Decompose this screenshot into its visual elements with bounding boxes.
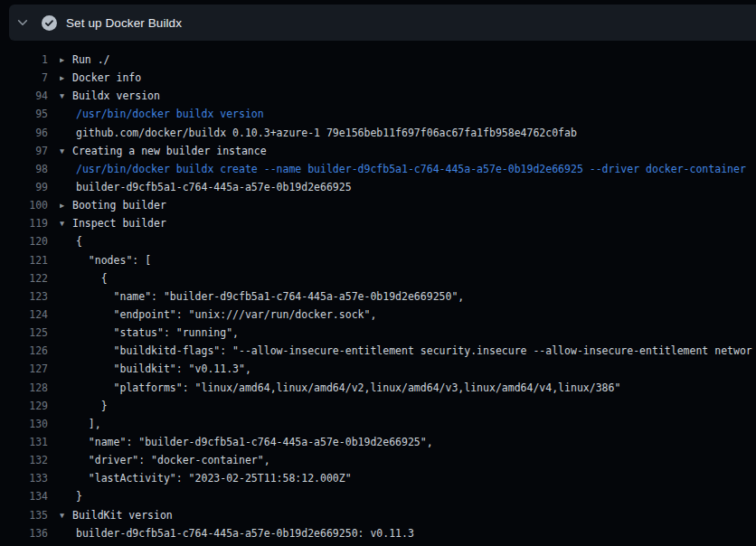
log-row-line-129: 129 }: [0, 397, 756, 415]
group-expanded-arrow-icon[interactable]: ▼: [60, 214, 72, 232]
line-number[interactable]: 99: [0, 178, 48, 196]
log-text: Inspect builder: [72, 214, 166, 232]
log-row-line-94[interactable]: 94 ▼Buildx version: [0, 87, 756, 105]
group-expanded-arrow-icon[interactable]: ▼: [60, 87, 72, 105]
log-row-line-96: 96 github.com/docker/buildx 0.10.3+azure…: [0, 124, 756, 142]
log-text: "nodes": [: [76, 251, 151, 269]
log-row-line-135[interactable]: 135 ▼BuildKit version: [0, 506, 756, 524]
log-row-line-119[interactable]: 119 ▼Inspect builder: [0, 214, 756, 232]
log-text: "endpoint": "unix:///var/run/docker.sock…: [76, 306, 376, 324]
log-text: Docker info: [72, 69, 141, 87]
log-text: builder-d9cfb5a1-c764-445a-a57e-0b19d2e6…: [76, 178, 352, 196]
check-circle-icon: [42, 15, 57, 31]
log-row-line-97[interactable]: 97 ▼Creating a new builder instance: [0, 142, 756, 160]
group-expanded-arrow-icon[interactable]: ▼: [60, 506, 72, 524]
line-number[interactable]: 96: [0, 124, 48, 142]
log-row-line-127: 127 "buildkit": "v0.11.3",: [0, 360, 756, 378]
log-text: BuildKit version: [72, 506, 173, 524]
log-row-line-125: 125 "status": "running",: [0, 324, 756, 342]
chevron-down-icon[interactable]: [14, 16, 31, 29]
line-number[interactable]: 124: [0, 306, 48, 324]
log-text: "name": "builder-d9cfb5a1-c764-445a-a57e…: [76, 287, 464, 306]
step-header[interactable]: Set up Docker Buildx: [9, 5, 756, 41]
line-number[interactable]: 136: [0, 524, 48, 542]
line-number[interactable]: 98: [0, 160, 48, 178]
line-number[interactable]: 128: [0, 379, 48, 397]
log-text: }: [76, 487, 82, 505]
log-row-line-128: 128 "platforms": "linux/amd64,linux/amd6…: [0, 379, 756, 397]
log-text: }: [76, 397, 108, 415]
log-text: "lastActivity": "2023-02-25T11:58:12.000…: [76, 469, 352, 487]
actions-log-viewer: Set up Docker Buildx 1 ▶Run ./ 7 ▶Docker…: [0, 0, 756, 546]
log-text: "status": "running",: [76, 324, 239, 342]
line-number[interactable]: 120: [0, 232, 48, 250]
log-text: github.com/docker/buildx 0.10.3+azure-1 …: [76, 124, 577, 142]
step-title: Set up Docker Buildx: [66, 16, 182, 30]
group-collapsed-arrow-icon[interactable]: ▶: [60, 69, 72, 87]
log-text: builder-d9cfb5a1-c764-445a-a57e-0b19d2e6…: [76, 524, 414, 542]
line-number[interactable]: 133: [0, 469, 48, 487]
line-number[interactable]: 127: [0, 360, 48, 378]
log-text: Run ./: [72, 51, 110, 69]
group-expanded-arrow-icon[interactable]: ▼: [60, 142, 72, 160]
line-number[interactable]: 97: [0, 142, 48, 160]
log-row-line-120: 120 {: [0, 232, 756, 250]
log-text: "platforms": "linux/amd64,linux/amd64/v2…: [76, 379, 620, 397]
line-number[interactable]: 135: [0, 506, 48, 524]
group-collapsed-arrow-icon[interactable]: ▶: [60, 196, 72, 214]
log-row-line-95: 95 /usr/bin/docker buildx version: [0, 105, 756, 123]
line-number[interactable]: 126: [0, 342, 48, 360]
line-number[interactable]: 123: [0, 287, 48, 306]
log-row-line-121: 121 "nodes": [: [0, 251, 756, 269]
log-row-line-98: 98 /usr/bin/docker buildx create --name …: [0, 160, 756, 178]
line-number[interactable]: 122: [0, 269, 48, 287]
line-number[interactable]: 1: [0, 51, 48, 69]
line-number[interactable]: 125: [0, 324, 48, 342]
log-row-line-132: 132 "driver": "docker-container",: [0, 451, 756, 469]
line-number[interactable]: 130: [0, 415, 48, 433]
log-text: {: [76, 269, 108, 287]
log-lines: 1 ▶Run ./ 7 ▶Docker info 94 ▼Buildx vers…: [0, 41, 756, 542]
log-row-line-124: 124 "endpoint": "unix:///var/run/docker.…: [0, 306, 756, 324]
log-row-line-122: 122 {: [0, 269, 756, 287]
group-collapsed-arrow-icon[interactable]: ▶: [60, 51, 72, 69]
log-row-line-133: 133 "lastActivity": "2023-02-25T11:58:12…: [0, 469, 756, 487]
log-row-line-1[interactable]: 1 ▶Run ./: [0, 51, 756, 69]
line-number[interactable]: 7: [0, 69, 48, 87]
log-row-line-134: 134 }: [0, 487, 756, 505]
log-text: Creating a new builder instance: [72, 142, 267, 160]
log-text: Buildx version: [72, 87, 160, 105]
log-text: ],: [76, 415, 101, 433]
line-number[interactable]: 95: [0, 105, 48, 123]
line-number[interactable]: 134: [0, 487, 48, 505]
line-number[interactable]: 119: [0, 214, 48, 232]
log-row-line-7[interactable]: 7 ▶Docker info: [0, 69, 756, 87]
log-text: "buildkitd-flags": "--allow-insecure-ent…: [76, 342, 752, 360]
line-number[interactable]: 131: [0, 433, 48, 451]
log-row-line-100[interactable]: 100 ▶Booting builder: [0, 196, 756, 214]
log-text: /usr/bin/docker buildx create --name bui…: [76, 160, 746, 178]
log-text: "buildkit": "v0.11.3",: [76, 360, 251, 378]
log-row-line-126: 126 "buildkitd-flags": "--allow-insecure…: [0, 342, 756, 360]
line-number[interactable]: 94: [0, 87, 48, 105]
log-row-line-131: 131 "name": "builder-d9cfb5a1-c764-445a-…: [0, 433, 756, 451]
log-text: "driver": "docker-container",: [76, 451, 270, 469]
log-row-line-136: 136 builder-d9cfb5a1-c764-445a-a57e-0b19…: [0, 524, 756, 542]
log-text: {: [76, 232, 82, 250]
line-number[interactable]: 100: [0, 196, 48, 214]
line-number[interactable]: 129: [0, 397, 48, 415]
line-number[interactable]: 132: [0, 451, 48, 469]
log-row-line-130: 130 ],: [0, 415, 756, 433]
log-text: Booting builder: [72, 196, 166, 214]
log-row-line-123: 123 "name": "builder-d9cfb5a1-c764-445a-…: [0, 287, 756, 306]
log-text: /usr/bin/docker buildx version: [76, 105, 264, 123]
line-number[interactable]: 121: [0, 251, 48, 269]
log-row-line-99: 99 builder-d9cfb5a1-c764-445a-a57e-0b19d…: [0, 178, 756, 196]
log-text: "name": "builder-d9cfb5a1-c764-445a-a57e…: [76, 433, 433, 451]
